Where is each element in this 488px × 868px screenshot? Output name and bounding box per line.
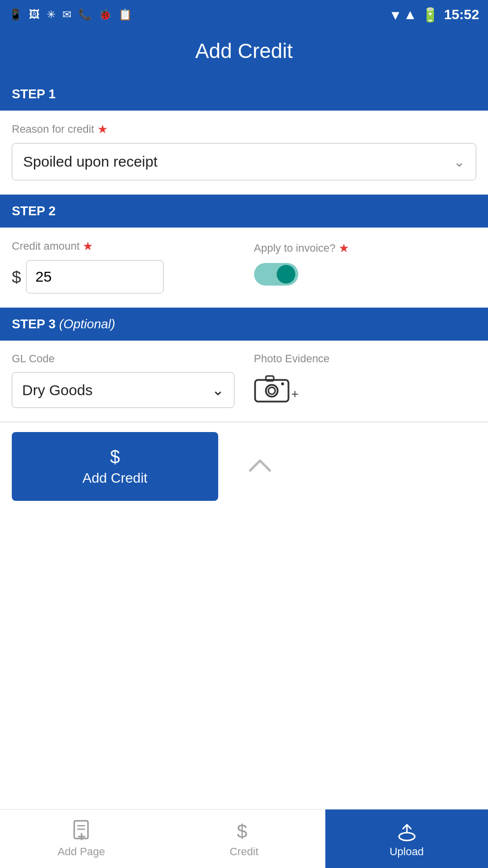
step2-section: Credit amount ★ $ 25 Apply to invoice? ★ <box>0 228 488 308</box>
add-page-icon <box>70 820 93 842</box>
bottom-nav: Add Page $ Credit Upload <box>0 809 488 868</box>
gl-code-label: GL Code <box>12 352 234 365</box>
add-credit-button[interactable]: $ Add Credit <box>12 432 218 501</box>
svg-point-4 <box>281 382 284 385</box>
wifi-icon: ✳ <box>47 8 56 21</box>
credit-icon: $ <box>233 820 256 842</box>
step3-header: STEP 3 (Optional) <box>0 308 488 341</box>
camera-icon <box>254 373 289 403</box>
invoice-toggle-col: Apply to invoice? ★ <box>254 239 477 286</box>
credit-amount-col: Credit amount ★ $ 25 <box>12 239 234 293</box>
reason-selected-value: Spoiled upon receipt <box>23 153 158 170</box>
chevron-up-icon <box>248 457 272 473</box>
step2-header: STEP 2 <box>0 195 488 228</box>
step1-label: STEP 1 <box>12 87 56 101</box>
nav-add-page-label: Add Page <box>57 845 105 858</box>
amount-input-row: $ 25 <box>12 260 234 293</box>
image-icon: 🖼 <box>29 8 40 21</box>
credit-amount-label: Credit amount ★ <box>12 239 234 253</box>
gl-code-value: Dry Goods <box>22 382 92 399</box>
wifi-signal-icon: ▾ <box>392 7 399 23</box>
gl-code-col: GL Code Dry Goods ⌄ <box>12 352 234 408</box>
svg-point-2 <box>268 387 275 394</box>
step1-section: Reason for credit ★ Spoiled upon receipt… <box>0 111 488 195</box>
add-credit-dollar-icon: $ <box>110 447 120 467</box>
add-credit-section: $ Add Credit <box>0 422 488 511</box>
page-title: Add Credit <box>0 39 488 63</box>
nav-credit-label: Credit <box>230 845 258 858</box>
reason-dropdown[interactable]: Spoiled upon receipt ⌄ <box>12 143 476 180</box>
apply-invoice-toggle[interactable] <box>254 263 298 286</box>
page-title-bar: Add Credit <box>0 29 488 78</box>
toggle-slider <box>254 263 298 286</box>
nav-upload[interactable]: Upload <box>325 810 488 868</box>
reason-label: Reason for credit ★ <box>12 122 476 136</box>
battery-icon: 🔋 <box>422 7 439 23</box>
camera-plus-icon: + <box>291 386 299 402</box>
apply-invoice-label: Apply to invoice? ★ <box>254 241 477 255</box>
photo-col: Photo Evidence + <box>254 352 477 403</box>
upload-icon <box>396 820 418 842</box>
bug-icon: 🐞 <box>98 8 112 21</box>
credit-amount-star: ★ <box>83 239 93 253</box>
step3-label: STEP 3 <box>12 317 56 331</box>
signal-icon: ▲ <box>403 7 417 23</box>
status-bar: 📱 🖼 ✳ ✉ 📞 🐞 📋 ▾ ▲ 🔋 15:52 <box>0 0 488 29</box>
list-icon: 📋 <box>118 8 132 21</box>
nav-add-page[interactable]: Add Page <box>0 810 163 868</box>
photo-evidence-label: Photo Evidence <box>254 352 477 365</box>
nav-upload-label: Upload <box>390 845 424 858</box>
gl-code-chevron-icon: ⌄ <box>212 381 224 399</box>
dollar-sign-label: $ <box>12 267 21 287</box>
svg-rect-3 <box>266 376 274 381</box>
reason-required-star: ★ <box>97 122 108 136</box>
time-display: 15:52 <box>444 7 479 23</box>
step1-header: STEP 1 <box>0 78 488 111</box>
svg-text:$: $ <box>237 821 247 841</box>
step3-section: GL Code Dry Goods ⌄ Photo Evidence + <box>0 341 488 422</box>
camera-icon-wrapper[interactable]: + <box>254 373 477 403</box>
step2-label: STEP 2 <box>12 203 56 218</box>
phone-icon: 📞 <box>78 8 91 21</box>
credit-amount-input[interactable]: 25 <box>26 260 164 293</box>
whatsapp-icon: 📱 <box>9 8 22 21</box>
add-credit-label: Add Credit <box>83 470 147 486</box>
mail-icon: ✉ <box>62 8 71 21</box>
apply-invoice-star: ★ <box>339 241 349 255</box>
nav-credit[interactable]: $ Credit <box>163 810 325 868</box>
reason-chevron-icon: ⌄ <box>454 154 465 170</box>
chevron-up-button[interactable] <box>248 456 272 478</box>
status-icons: 📱 🖼 ✳ ✉ 📞 🐞 📋 <box>9 8 132 21</box>
step3-optional-text: (Optional) <box>59 317 115 331</box>
gl-code-dropdown[interactable]: Dry Goods ⌄ <box>12 372 234 408</box>
status-right: ▾ ▲ 🔋 15:52 <box>392 7 479 23</box>
svg-point-11 <box>399 833 415 840</box>
content-spacer <box>0 511 488 809</box>
toggle-wrapper <box>254 263 477 286</box>
